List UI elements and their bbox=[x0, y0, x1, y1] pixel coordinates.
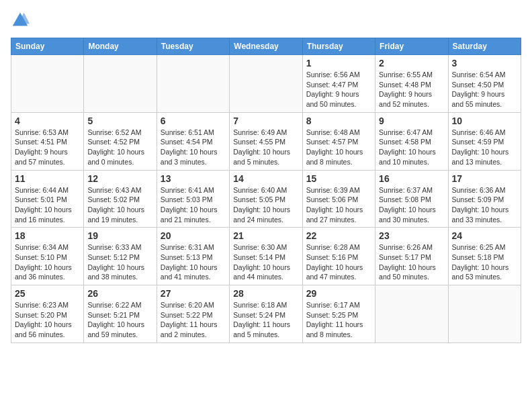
day-info: Sunrise: 6:34 AM Sunset: 5:10 PM Dayligh… bbox=[15, 242, 80, 282]
day-number: 23 bbox=[379, 230, 444, 241]
calendar-day-cell bbox=[157, 55, 229, 113]
day-info: Sunrise: 6:25 AM Sunset: 5:18 PM Dayligh… bbox=[452, 242, 517, 282]
day-info: Sunrise: 6:55 AM Sunset: 4:48 PM Dayligh… bbox=[379, 70, 444, 109]
day-info: Sunrise: 6:52 AM Sunset: 4:52 PM Dayligh… bbox=[87, 128, 152, 167]
day-number: 27 bbox=[161, 288, 226, 299]
calendar-day-cell bbox=[84, 55, 157, 113]
day-number: 8 bbox=[306, 116, 371, 126]
calendar-day-cell: 13Sunrise: 6:41 AM Sunset: 5:03 PM Dayli… bbox=[157, 170, 229, 228]
calendar-day-cell: 18Sunrise: 6:34 AM Sunset: 5:10 PM Dayli… bbox=[11, 228, 84, 285]
day-info: Sunrise: 6:18 AM Sunset: 5:24 PM Dayligh… bbox=[233, 300, 298, 340]
day-number: 18 bbox=[15, 230, 80, 241]
day-info: Sunrise: 6:48 AM Sunset: 4:57 PM Dayligh… bbox=[306, 128, 371, 167]
calendar-day-cell bbox=[11, 55, 84, 113]
calendar-day-cell: 17Sunrise: 6:36 AM Sunset: 5:09 PM Dayli… bbox=[448, 170, 521, 228]
day-number: 29 bbox=[306, 288, 371, 299]
day-number: 14 bbox=[233, 173, 298, 184]
calendar-day-cell: 14Sunrise: 6:40 AM Sunset: 5:05 PM Dayli… bbox=[230, 170, 302, 228]
calendar-day-cell: 10Sunrise: 6:46 AM Sunset: 4:59 PM Dayli… bbox=[448, 112, 521, 170]
day-number: 22 bbox=[306, 230, 371, 241]
day-info: Sunrise: 6:44 AM Sunset: 5:01 PM Dayligh… bbox=[15, 185, 80, 225]
calendar-day-cell: 1Sunrise: 6:56 AM Sunset: 4:47 PM Daylig… bbox=[302, 55, 375, 113]
day-info: Sunrise: 6:30 AM Sunset: 5:14 PM Dayligh… bbox=[233, 242, 298, 282]
calendar-day-cell: 6Sunrise: 6:51 AM Sunset: 4:54 PM Daylig… bbox=[157, 112, 229, 170]
day-info: Sunrise: 6:22 AM Sunset: 5:21 PM Dayligh… bbox=[87, 300, 152, 340]
day-info: Sunrise: 6:36 AM Sunset: 5:09 PM Dayligh… bbox=[452, 185, 517, 225]
calendar-day-cell: 2Sunrise: 6:55 AM Sunset: 4:48 PM Daylig… bbox=[375, 55, 448, 113]
day-info: Sunrise: 6:39 AM Sunset: 5:06 PM Dayligh… bbox=[306, 185, 371, 225]
day-number: 28 bbox=[233, 288, 298, 299]
day-info: Sunrise: 6:28 AM Sunset: 5:16 PM Dayligh… bbox=[306, 242, 371, 282]
day-number: 9 bbox=[379, 116, 444, 126]
day-number: 1 bbox=[306, 58, 371, 68]
calendar-day-cell: 7Sunrise: 6:49 AM Sunset: 4:55 PM Daylig… bbox=[230, 112, 302, 170]
calendar-week-row: 11Sunrise: 6:44 AM Sunset: 5:01 PM Dayli… bbox=[11, 170, 521, 228]
calendar-day-cell: 5Sunrise: 6:52 AM Sunset: 4:52 PM Daylig… bbox=[84, 112, 157, 170]
day-number: 26 bbox=[87, 288, 152, 299]
day-number: 5 bbox=[87, 116, 152, 126]
calendar-day-cell: 20Sunrise: 6:31 AM Sunset: 5:13 PM Dayli… bbox=[157, 228, 229, 285]
calendar-day-cell: 16Sunrise: 6:37 AM Sunset: 5:08 PM Dayli… bbox=[375, 170, 448, 228]
calendar-day-cell: 26Sunrise: 6:22 AM Sunset: 5:21 PM Dayli… bbox=[84, 285, 157, 343]
calendar-day-cell bbox=[230, 55, 302, 113]
day-number: 7 bbox=[233, 116, 298, 126]
logo-icon bbox=[11, 11, 30, 30]
day-of-week-header: Thursday bbox=[302, 38, 375, 55]
day-info: Sunrise: 6:47 AM Sunset: 4:58 PM Dayligh… bbox=[379, 128, 444, 167]
calendar-day-cell: 22Sunrise: 6:28 AM Sunset: 5:16 PM Dayli… bbox=[302, 228, 375, 285]
day-number: 25 bbox=[15, 288, 80, 299]
day-of-week-header: Wednesday bbox=[230, 38, 302, 55]
calendar-day-cell: 12Sunrise: 6:43 AM Sunset: 5:02 PM Dayli… bbox=[84, 170, 157, 228]
calendar-day-cell: 21Sunrise: 6:30 AM Sunset: 5:14 PM Dayli… bbox=[230, 228, 302, 285]
day-number: 13 bbox=[161, 173, 226, 184]
day-info: Sunrise: 6:41 AM Sunset: 5:03 PM Dayligh… bbox=[161, 185, 226, 225]
day-number: 4 bbox=[15, 116, 80, 126]
day-of-week-header: Monday bbox=[84, 38, 157, 55]
day-info: Sunrise: 6:33 AM Sunset: 5:12 PM Dayligh… bbox=[87, 242, 152, 282]
calendar-day-cell bbox=[448, 285, 521, 343]
day-number: 10 bbox=[452, 116, 517, 126]
calendar-day-cell: 4Sunrise: 6:53 AM Sunset: 4:51 PM Daylig… bbox=[11, 112, 84, 170]
calendar-week-row: 1Sunrise: 6:56 AM Sunset: 4:47 PM Daylig… bbox=[11, 55, 521, 113]
calendar-day-cell: 25Sunrise: 6:23 AM Sunset: 5:20 PM Dayli… bbox=[11, 285, 84, 343]
day-info: Sunrise: 6:53 AM Sunset: 4:51 PM Dayligh… bbox=[15, 128, 80, 167]
calendar-day-cell: 11Sunrise: 6:44 AM Sunset: 5:01 PM Dayli… bbox=[11, 170, 84, 228]
day-info: Sunrise: 6:26 AM Sunset: 5:17 PM Dayligh… bbox=[379, 242, 444, 282]
day-info: Sunrise: 6:56 AM Sunset: 4:47 PM Dayligh… bbox=[306, 70, 371, 109]
calendar-day-cell: 8Sunrise: 6:48 AM Sunset: 4:57 PM Daylig… bbox=[302, 112, 375, 170]
page-header bbox=[11, 11, 521, 30]
day-number: 6 bbox=[161, 116, 226, 126]
calendar-week-row: 4Sunrise: 6:53 AM Sunset: 4:51 PM Daylig… bbox=[11, 112, 521, 170]
logo bbox=[11, 11, 32, 30]
day-number: 15 bbox=[306, 173, 371, 184]
day-info: Sunrise: 6:20 AM Sunset: 5:22 PM Dayligh… bbox=[161, 300, 226, 340]
day-info: Sunrise: 6:51 AM Sunset: 4:54 PM Dayligh… bbox=[161, 128, 226, 167]
day-number: 11 bbox=[15, 173, 80, 184]
day-of-week-header: Sunday bbox=[11, 38, 84, 55]
day-of-week-header: Tuesday bbox=[157, 38, 229, 55]
day-number: 19 bbox=[87, 230, 152, 241]
calendar-day-cell: 9Sunrise: 6:47 AM Sunset: 4:58 PM Daylig… bbox=[375, 112, 448, 170]
day-number: 2 bbox=[379, 58, 444, 68]
day-number: 16 bbox=[379, 173, 444, 184]
day-info: Sunrise: 6:17 AM Sunset: 5:25 PM Dayligh… bbox=[306, 300, 371, 340]
day-info: Sunrise: 6:49 AM Sunset: 4:55 PM Dayligh… bbox=[233, 128, 298, 167]
day-number: 24 bbox=[452, 230, 517, 241]
calendar-day-cell: 23Sunrise: 6:26 AM Sunset: 5:17 PM Dayli… bbox=[375, 228, 448, 285]
calendar-day-cell: 19Sunrise: 6:33 AM Sunset: 5:12 PM Dayli… bbox=[84, 228, 157, 285]
day-info: Sunrise: 6:31 AM Sunset: 5:13 PM Dayligh… bbox=[161, 242, 226, 282]
day-of-week-header: Saturday bbox=[448, 38, 521, 55]
calendar-day-cell: 15Sunrise: 6:39 AM Sunset: 5:06 PM Dayli… bbox=[302, 170, 375, 228]
calendar-week-row: 18Sunrise: 6:34 AM Sunset: 5:10 PM Dayli… bbox=[11, 228, 521, 285]
calendar-day-cell: 28Sunrise: 6:18 AM Sunset: 5:24 PM Dayli… bbox=[230, 285, 302, 343]
calendar-day-cell: 3Sunrise: 6:54 AM Sunset: 4:50 PM Daylig… bbox=[448, 55, 521, 113]
day-info: Sunrise: 6:54 AM Sunset: 4:50 PM Dayligh… bbox=[452, 70, 517, 109]
calendar-day-cell: 24Sunrise: 6:25 AM Sunset: 5:18 PM Dayli… bbox=[448, 228, 521, 285]
day-info: Sunrise: 6:37 AM Sunset: 5:08 PM Dayligh… bbox=[379, 185, 444, 225]
day-info: Sunrise: 6:43 AM Sunset: 5:02 PM Dayligh… bbox=[87, 185, 152, 225]
day-number: 17 bbox=[452, 173, 517, 184]
calendar-day-cell: 29Sunrise: 6:17 AM Sunset: 5:25 PM Dayli… bbox=[302, 285, 375, 343]
day-of-week-header: Friday bbox=[375, 38, 448, 55]
day-number: 3 bbox=[452, 58, 517, 68]
day-info: Sunrise: 6:40 AM Sunset: 5:05 PM Dayligh… bbox=[233, 185, 298, 225]
